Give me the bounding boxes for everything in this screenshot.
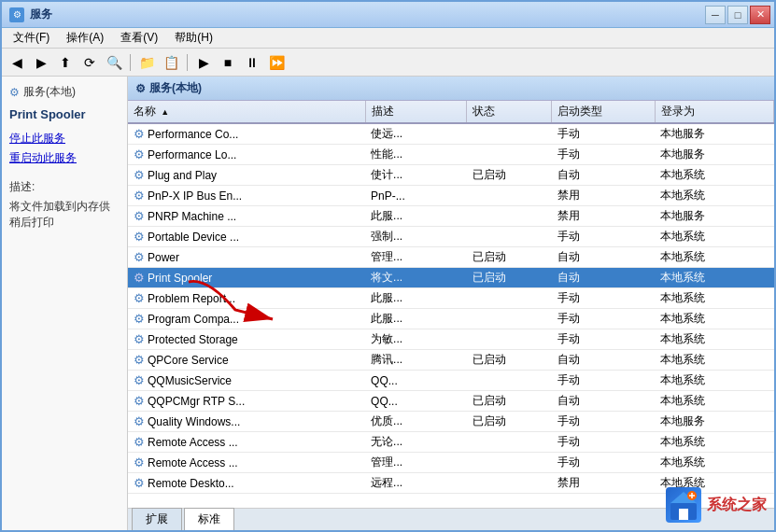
table-row[interactable]: ⚙Problem Report...此服...手动本地系统 [128, 288, 774, 309]
menu-help[interactable]: 帮助(H) [167, 28, 220, 48]
table-row[interactable]: ⚙QQPCMgr RTP S...QQ...已启动自动本地系统 [128, 391, 774, 412]
toolbar: ◀ ▶ ⬆ ⟳ 🔍 📁 📋 ▶ ■ ⏸ ⏩ [2, 49, 774, 77]
restart-button[interactable]: ⏩ [265, 52, 288, 73]
menu-view[interactable]: 查看(V) [113, 28, 165, 48]
service-name-cell: ⚙Problem Report... [128, 288, 365, 309]
service-startup-cell: 禁用 [552, 206, 656, 227]
table-row[interactable]: ⚙Program Compa...此服...手动本地系统 [128, 309, 774, 329]
desc-label: 描述: [9, 179, 120, 195]
service-name-cell: ⚙Print Spooler [128, 268, 365, 288]
pause-button[interactable]: ⏸ [241, 52, 263, 73]
close-button[interactable]: ✕ [750, 6, 770, 24]
right-panel: ⚙ 服务(本地) 名称 ▲ 描述 状态 启动类型 登 [128, 77, 774, 530]
service-gear-icon: ⚙ [134, 127, 145, 141]
main-window: ⚙ 服务 ─ □ ✕ 文件(F) 操作(A) 查看(V) 帮助(H) ◀ ▶ ⬆… [0, 0, 776, 532]
watermark: 系统之家 [666, 487, 767, 523]
service-gear-icon: ⚙ [134, 455, 145, 469]
desc-text: 将文件加载到内存供稍后打印 [9, 199, 120, 231]
col-header-name[interactable]: 名称 ▲ [128, 101, 365, 123]
service-name-cell: ⚙Program Compa... [128, 309, 365, 329]
service-desc-cell: 管理... [365, 247, 467, 268]
table-row[interactable]: ⚙Print Spooler将文...已启动自动本地系统 [128, 268, 774, 288]
col-header-login[interactable]: 登录为 [655, 101, 773, 123]
service-startup-cell: 自动 [552, 391, 656, 412]
back-button[interactable]: ◀ [6, 52, 28, 73]
service-name-cell: ⚙PNRP Machine ... [128, 206, 365, 227]
service-status-cell [467, 227, 552, 247]
table-row[interactable]: ⚙Plug and Play使计...已启动自动本地系统 [128, 165, 774, 186]
service-gear-icon: ⚙ [134, 476, 145, 490]
col-header-desc[interactable]: 描述 [365, 101, 467, 123]
main-content: ⚙ 服务(本地) Print Spooler 停止此服务 重启动此服务 描述: … [2, 77, 774, 530]
service-gear-icon: ⚙ [134, 147, 145, 161]
service-status-cell [467, 453, 552, 473]
service-desc-cell: 强制... [365, 227, 467, 247]
table-row[interactable]: ⚙Portable Device ...强制...手动本地系统 [128, 227, 774, 247]
service-name-cell: ⚙Performance Lo... [128, 145, 365, 165]
menu-file[interactable]: 文件(F) [6, 28, 57, 48]
table-row[interactable]: ⚙Performance Co...使远...手动本地服务 [128, 123, 774, 145]
service-startup-cell: 手动 [552, 288, 656, 309]
right-panel-header: ⚙ 服务(本地) [128, 77, 774, 101]
service-desc-cell: PnP-... [365, 186, 467, 206]
title-bar: ⚙ 服务 ─ □ ✕ [2, 2, 774, 28]
service-gear-icon: ⚙ [134, 414, 145, 428]
service-login-cell: 本地系统 [655, 309, 773, 329]
maximize-button[interactable]: □ [727, 6, 748, 24]
selected-service-name: Print Spooler [9, 107, 120, 121]
forward-button[interactable]: ▶ [30, 52, 52, 73]
stop-service-link[interactable]: 停止此服务 [9, 131, 120, 147]
app-icon: ⚙ [9, 7, 24, 22]
minimize-button[interactable]: ─ [705, 6, 726, 24]
service-login-cell: 本地系统 [655, 371, 773, 391]
service-status-cell [467, 186, 552, 206]
service-status-cell: 已启动 [467, 350, 552, 371]
service-status-cell [467, 288, 552, 309]
service-name-cell: ⚙QPCore Service [128, 350, 365, 371]
table-row[interactable]: ⚙PnP-X IP Bus En...PnP-...禁用本地系统 [128, 186, 774, 206]
export-button[interactable]: 📋 [160, 52, 182, 73]
restart-service-link[interactable]: 重启动此服务 [9, 150, 120, 166]
table-row[interactable]: ⚙Quality Windows...优质...已启动手动本地服务 [128, 412, 774, 432]
service-gear-icon: ⚙ [134, 209, 145, 223]
table-row[interactable]: ⚙Power管理...已启动自动本地系统 [128, 247, 774, 268]
left-panel: ⚙ 服务(本地) Print Spooler 停止此服务 重启动此服务 描述: … [2, 77, 128, 530]
service-name-cell: ⚙Performance Co... [128, 123, 365, 145]
table-row[interactable]: ⚙Performance Lo...性能...手动本地服务 [128, 145, 774, 165]
service-login-cell: 本地系统 [655, 186, 773, 206]
table-row[interactable]: ⚙Protected Storage为敏...手动本地系统 [128, 329, 774, 350]
stop-button[interactable]: ■ [217, 52, 239, 73]
table-row[interactable]: ⚙QQMusicServiceQQ...手动本地系统 [128, 371, 774, 391]
service-desc-cell: 优质... [365, 412, 467, 432]
tab-standard[interactable]: 标准 [184, 508, 234, 530]
col-header-status[interactable]: 状态 [467, 101, 552, 123]
search-button[interactable]: 🔍 [103, 52, 125, 73]
service-startup-cell: 禁用 [552, 473, 656, 494]
play-button[interactable]: ▶ [192, 52, 215, 73]
window-controls: ─ □ ✕ [705, 6, 770, 24]
left-panel-title: ⚙ 服务(本地) [9, 84, 120, 100]
service-login-cell: 本地系统 [655, 268, 773, 288]
service-name-cell: ⚙QQPCMgr RTP S... [128, 391, 365, 412]
service-gear-icon: ⚙ [134, 291, 145, 305]
col-header-startup[interactable]: 启动类型 [552, 101, 656, 123]
refresh-button[interactable]: ⟳ [78, 52, 101, 73]
services-table-container[interactable]: 名称 ▲ 描述 状态 启动类型 登录为 ⚙Performance Co...使远… [128, 101, 774, 508]
folder-button[interactable]: 📁 [135, 52, 158, 73]
up-button[interactable]: ⬆ [54, 52, 77, 73]
service-gear-icon: ⚙ [134, 353, 145, 367]
table-row[interactable]: ⚙PNRP Machine ...此服...禁用本地服务 [128, 206, 774, 227]
tab-expand[interactable]: 扩展 [132, 508, 182, 530]
service-name-cell: ⚙Remote Deskto... [128, 473, 365, 494]
menu-action[interactable]: 操作(A) [59, 28, 111, 48]
service-name-cell: ⚙Remote Access ... [128, 453, 365, 473]
table-header-row: 名称 ▲ 描述 状态 启动类型 登录为 [128, 101, 774, 123]
service-desc-cell: 无论... [365, 432, 467, 453]
table-row[interactable]: ⚙QPCore Service腾讯...已启动自动本地系统 [128, 350, 774, 371]
service-desc-cell: QQ... [365, 391, 467, 412]
table-row[interactable]: ⚙Remote Access ...管理...手动本地系统 [128, 453, 774, 473]
table-row[interactable]: ⚙Remote Access ...无论...手动本地系统 [128, 432, 774, 453]
service-name-cell: ⚙Plug and Play [128, 165, 365, 186]
watermark-text: 系统之家 [707, 496, 767, 515]
service-startup-cell: 手动 [552, 412, 656, 432]
